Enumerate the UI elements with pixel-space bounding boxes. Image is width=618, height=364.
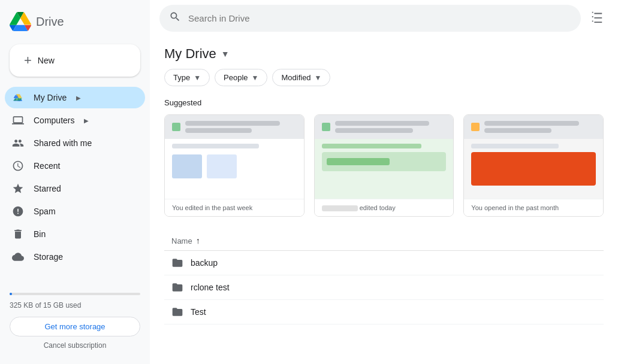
file-name: rclone test: [191, 283, 230, 292]
card-top-3: [464, 115, 603, 139]
card-body-line: [322, 144, 421, 148]
star-icon: [12, 183, 24, 195]
spam-icon: [12, 205, 24, 217]
card-dot-icon: [322, 123, 330, 131]
sort-arrow-icon: ↑: [196, 236, 200, 245]
card-line: [484, 128, 551, 133]
card-lines-2: [335, 119, 447, 135]
sidebar-item-recent[interactable]: Recent: [5, 155, 145, 177]
card-line: [185, 121, 280, 126]
card-footer-2: edited today: [315, 199, 454, 216]
get-storage-button[interactable]: Get more storage: [10, 317, 140, 336]
storage-section: 325 KB of 15 GB used Get more storage Ca…: [0, 278, 150, 359]
file-name: Test: [191, 307, 206, 317]
folder-icon: [171, 281, 183, 293]
card-mini-block: [207, 154, 237, 178]
filter-modified-label: Modified: [281, 73, 310, 82]
people-icon: [12, 137, 24, 149]
search-icon: [169, 11, 181, 26]
new-button[interactable]: + New: [10, 44, 140, 77]
card-footer-1: You edited in the past week: [165, 199, 304, 216]
card-highlight-inner: [327, 158, 390, 165]
drive-title: My Drive: [164, 46, 216, 62]
drive-title-chevron-icon[interactable]: ▼: [219, 47, 232, 61]
drive-title-row: My Drive ▼: [164, 37, 604, 69]
sidebar-item-storage[interactable]: Storage: [5, 246, 145, 268]
clock-icon: [12, 160, 24, 172]
suggested-grid: You edited in the past week: [164, 114, 604, 217]
search-input[interactable]: [188, 13, 571, 23]
card-line: [484, 121, 579, 126]
card-line: [335, 128, 413, 133]
card-dot-icon: [172, 123, 180, 131]
suggested-card-1[interactable]: You edited in the past week: [164, 114, 305, 217]
app-name-label: Drive: [36, 15, 64, 29]
main-content: My Drive ▼ Type ▼ People ▼ Modified ▼ Su…: [150, 0, 618, 364]
sidebar-item-my-drive[interactable]: My Drive ▶: [5, 87, 145, 108]
filter-type-button[interactable]: Type ▼: [164, 69, 210, 86]
card-mini-blocks: [172, 154, 297, 178]
sidebar-item-label: Starred: [34, 184, 61, 193]
header: [150, 0, 618, 37]
card-mini-block: [172, 154, 202, 178]
content-area: My Drive ▼ Type ▼ People ▼ Modified ▼ Su…: [150, 37, 618, 364]
file-row-backup[interactable]: backup: [164, 251, 604, 275]
card-highlight: [322, 152, 447, 171]
chevron-right-icon: ▶: [76, 95, 81, 101]
sidebar-item-label: Bin: [34, 229, 46, 239]
search-bar: [159, 5, 581, 32]
storage-bar-fill: [10, 293, 12, 295]
card-preview-3: [464, 115, 603, 199]
filter-modified-chevron-icon: ▼: [315, 74, 322, 82]
file-name: backup: [191, 258, 218, 268]
sidebar-item-label: Storage: [34, 252, 63, 262]
app-logo: Drive: [0, 5, 150, 44]
card-top-2: [315, 115, 454, 139]
search-filter-button[interactable]: [586, 5, 608, 31]
card-top-1: [165, 115, 304, 139]
card-body-2: [315, 139, 454, 199]
sidebar-item-starred[interactable]: Starred: [5, 178, 145, 199]
card-preview-1: [165, 115, 304, 199]
file-list-header[interactable]: Name ↑: [164, 231, 604, 251]
storage-bar: [10, 293, 140, 295]
card-lines-3: [484, 119, 596, 135]
sidebar-item-label: My Drive: [34, 93, 67, 102]
name-column-label: Name: [171, 236, 192, 245]
storage-used-text: 325 KB of 15 GB used: [10, 301, 81, 310]
sidebar-item-label: Shared with me: [34, 138, 92, 148]
card-footer-blur: [322, 205, 358, 211]
cancel-subscription-link[interactable]: Cancel subscription: [10, 341, 140, 350]
filter-people-label: People: [224, 73, 248, 82]
my-drive-icon: [12, 92, 24, 104]
sidebar-item-spam[interactable]: Spam: [5, 201, 145, 222]
sidebar-item-bin[interactable]: Bin: [5, 223, 145, 245]
card-line: [335, 121, 430, 126]
sidebar-item-shared[interactable]: Shared with me: [5, 132, 145, 154]
sidebar-item-label: Computers: [34, 116, 74, 125]
suggested-card-2[interactable]: edited today: [314, 114, 454, 217]
chevron-right-icon: ▶: [84, 117, 89, 124]
card-footer-2-text: edited today: [360, 204, 396, 211]
filter-row: Type ▼ People ▼ Modified ▼: [164, 69, 604, 86]
sidebar-item-label: Spam: [34, 207, 56, 216]
bin-icon: [12, 228, 24, 240]
new-button-label: New: [38, 56, 55, 65]
file-row-rclone[interactable]: rclone test: [164, 275, 604, 300]
folder-icon: [171, 257, 183, 269]
card-body-line: [471, 144, 558, 148]
sidebar: Drive + New My Drive ▶: [0, 0, 150, 364]
folder-icon: [171, 306, 183, 318]
drive-logo-icon: [10, 11, 31, 32]
card-preview-2: [315, 115, 454, 199]
file-row-test[interactable]: Test: [164, 300, 604, 324]
filter-people-button[interactable]: People ▼: [215, 69, 267, 86]
filter-modified-button[interactable]: Modified ▼: [272, 69, 330, 86]
filter-people-chevron-icon: ▼: [252, 74, 259, 82]
cloud-icon: [12, 251, 24, 263]
suggested-section-title: Suggested: [164, 98, 604, 107]
suggested-card-3[interactable]: You opened in the past month: [463, 114, 604, 217]
sidebar-item-computers[interactable]: Computers ▶: [5, 110, 145, 131]
card-body-3: [464, 139, 603, 199]
card-orange-block: [471, 152, 596, 186]
